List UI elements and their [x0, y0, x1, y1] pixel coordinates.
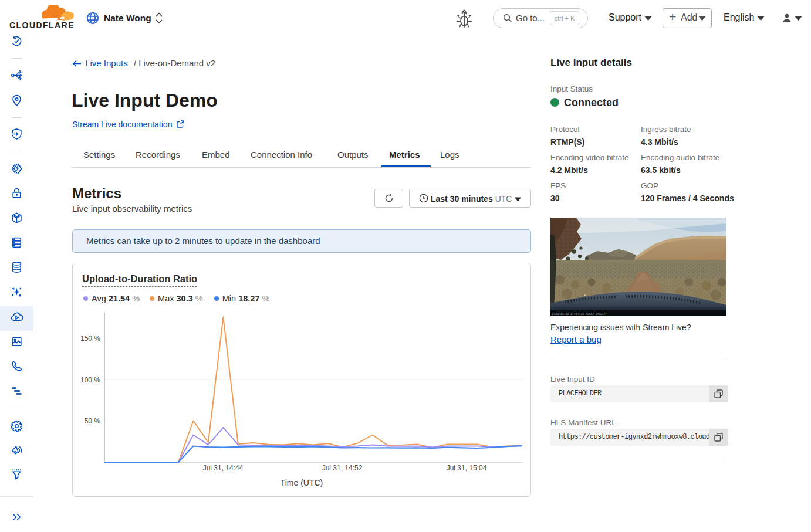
- svg-text:Jul 31, 14:44: Jul 31, 14:44: [203, 464, 244, 472]
- svg-text:CLOUDFLARE: CLOUDFLARE: [9, 21, 75, 30]
- svg-text:150 %: 150 %: [80, 334, 100, 343]
- svg-text:2021/10/20 17:54:29 AUKEY DROZ: 2021/10/20 17:54:29 AUKEY DROZ.P: [552, 313, 606, 316]
- svg-text:Time (UTC): Time (UTC): [281, 478, 323, 487]
- svg-text:50 %: 50 %: [85, 417, 101, 425]
- svg-text:Jul 31, 14:52: Jul 31, 14:52: [322, 464, 363, 472]
- svg-text:100 %: 100 %: [80, 376, 100, 384]
- svg-text:Jul 31, 15:04: Jul 31, 15:04: [447, 464, 487, 472]
